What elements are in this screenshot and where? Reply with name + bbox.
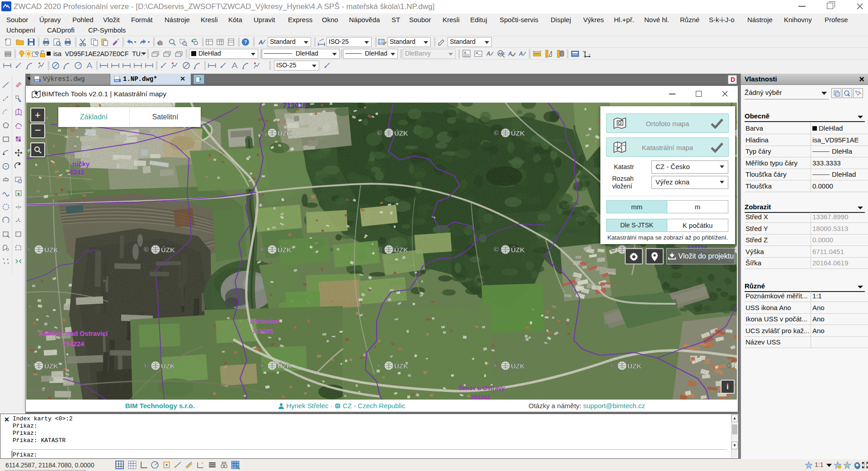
svg-text:©: ©	[494, 362, 499, 369]
svg-text:A: A	[258, 39, 263, 46]
svg-text:©: ©	[494, 129, 499, 137]
svg-text:A: A	[476, 51, 478, 55]
svg-text:©: ©	[377, 129, 382, 137]
svg-text:ÚZK: ÚZK	[161, 246, 175, 254]
svg-text:x: x	[589, 53, 590, 56]
svg-text:Kunčice nad Ostravicí: Kunčice nad Ostravicí	[39, 330, 108, 337]
svg-text:4241: 4241	[69, 168, 84, 176]
svg-text:ÚZK: ÚZK	[511, 362, 525, 370]
svg-text:ÚZK: ÚZK	[511, 129, 525, 137]
svg-text:©: ©	[610, 362, 615, 369]
svg-text:©: ©	[260, 245, 265, 253]
svg-text:ÚZK: ÚZK	[394, 246, 408, 254]
svg-text:níčky: níčky	[72, 160, 90, 168]
svg-text:ÚZK: ÚZK	[627, 362, 642, 370]
svg-text:715085: 715085	[252, 328, 274, 335]
svg-text:A: A	[486, 51, 491, 57]
svg-text:ÚZK: ÚZK	[44, 362, 58, 370]
svg-text:y: y	[583, 50, 584, 52]
svg-text:DWG: DWG	[115, 79, 120, 82]
svg-text:DWG: DWG	[35, 79, 40, 82]
svg-text:714224: 714224	[62, 340, 84, 348]
svg-text:©: ©	[377, 362, 382, 369]
svg-text:©: ©	[144, 245, 149, 253]
svg-text:ÚZK: ÚZK	[278, 129, 292, 137]
svg-text:©: ©	[610, 245, 615, 253]
svg-text:A: A	[464, 51, 467, 55]
svg-text:ÚZK: ÚZK	[394, 129, 408, 137]
svg-text:©: ©	[260, 362, 265, 369]
svg-text:ÚZK: ÚZK	[278, 362, 292, 370]
svg-text:©: ©	[727, 362, 732, 369]
svg-text:ÚZK: ÚZK	[511, 246, 525, 254]
svg-text:©: ©	[27, 245, 32, 253]
svg-text:ÚZK: ÚZK	[394, 362, 408, 370]
svg-text:ABC: ABC	[498, 52, 505, 55]
svg-text:ÚZK: ÚZK	[278, 246, 292, 254]
svg-text:©: ©	[494, 245, 499, 253]
svg-text:Šenov u Ostravy: Šenov u Ostravy	[458, 385, 505, 391]
svg-text:©: ©	[144, 362, 149, 369]
svg-text:©: ©	[27, 362, 32, 369]
svg-text:762342: 762342	[471, 394, 490, 400]
svg-text:A: A	[519, 51, 523, 57]
svg-text:ÚZK: ÚZK	[44, 246, 58, 254]
svg-text:713018: 713018	[283, 103, 307, 109]
svg-text:Bartovice: Bartovice	[250, 318, 279, 325]
svg-text:ÚZK: ÚZK	[161, 362, 175, 370]
svg-text:©: ©	[260, 129, 265, 137]
svg-text:?: ?	[244, 39, 247, 45]
svg-text:A: A	[508, 51, 512, 57]
svg-text:©: ©	[377, 245, 382, 253]
